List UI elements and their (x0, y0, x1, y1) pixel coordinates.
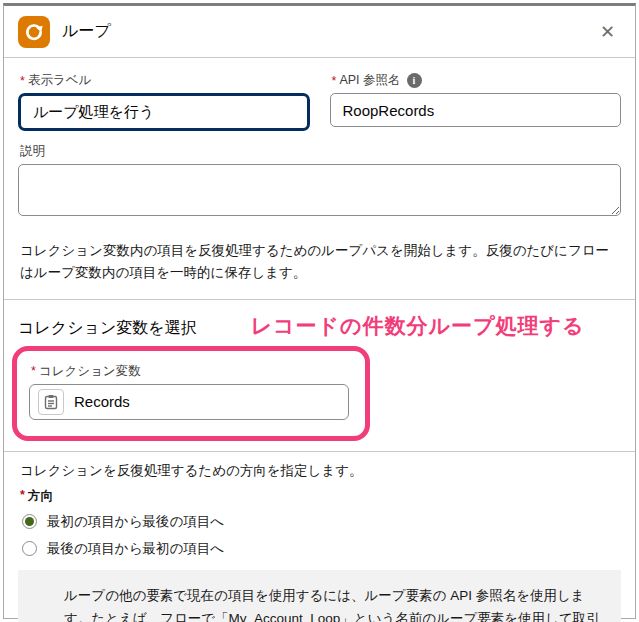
loop-icon (18, 16, 50, 48)
dialog-header: ループ ✕ (4, 6, 635, 58)
close-icon[interactable]: ✕ (594, 19, 621, 45)
api-name-field: * API 参照名 i (330, 68, 622, 131)
loop-config-dialog: ループ ✕ * 表示ラベル * API 参照名 i 説明 (3, 3, 636, 619)
dialog-title: ループ (62, 21, 111, 42)
required-asterisk: * (31, 364, 36, 378)
api-name-label: * API 参照名 i (332, 72, 622, 89)
collection-variable-label: * コレクション変数 (31, 363, 353, 380)
radio-button-unselected[interactable] (22, 541, 37, 556)
api-name-input[interactable] (330, 93, 622, 127)
description-label: 説明 (20, 143, 621, 160)
display-label-label: * 表示ラベル (20, 72, 310, 89)
required-asterisk: * (332, 74, 337, 88)
direction-intro-text: コレクションを反復処理するための方向を指定します。 (20, 462, 619, 480)
info-icon[interactable]: i (407, 73, 422, 88)
direction-label: * 方向 (20, 488, 621, 505)
annotation-text: レコードの件数分ループ処理する (251, 312, 585, 340)
collection-variable-combobox[interactable]: Records (29, 384, 349, 420)
info-note-text: ループの他の要素で現在の項目を使用するには、ループ要素の API 参照名を使用し… (64, 584, 605, 622)
required-asterisk: * (20, 74, 25, 88)
divider (4, 451, 635, 452)
display-label-input[interactable] (18, 93, 310, 131)
radio-last-to-first[interactable]: 最後の項目から最初の項目へ (22, 540, 621, 558)
record-collection-icon (38, 389, 64, 415)
annotation-highlight-box: * コレクション変数 Records (12, 346, 370, 441)
collection-section-title: コレクション変数を選択 (18, 312, 197, 339)
info-note-box: i ループの他の要素で現在の項目を使用するには、ループ要素の API 参照名を使… (18, 570, 621, 622)
description-textarea[interactable] (18, 164, 621, 216)
divider (4, 299, 635, 300)
dialog-body: * 表示ラベル * API 参照名 i 説明 コレクション変数内の項目を反復処理… (4, 58, 635, 622)
display-label-field: * 表示ラベル (18, 68, 310, 131)
radio-first-to-last[interactable]: 最初の項目から最後の項目へ (22, 513, 621, 531)
loop-intro-text: コレクション変数内の項目を反復処理するためのループパスを開始します。反復のたびに… (20, 240, 619, 285)
radio-button-selected[interactable] (22, 514, 37, 529)
collection-variable-value: Records (74, 393, 130, 410)
